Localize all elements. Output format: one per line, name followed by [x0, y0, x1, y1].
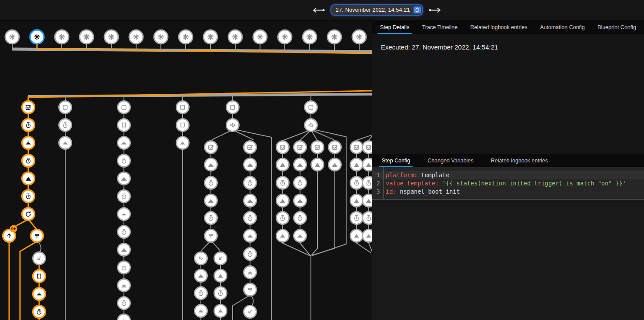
trace-node-refresh[interactable] — [22, 208, 35, 221]
next-run-arrow-icon[interactable] — [428, 7, 441, 13]
trace-node-arrow-bottom-left[interactable] — [33, 252, 46, 265]
trace-node-checkbox-blank[interactable] — [118, 101, 130, 114]
trace-node-timer[interactable] — [22, 190, 35, 203]
trace-node-timer[interactable] — [118, 297, 130, 310]
trace-node-asterisk[interactable] — [55, 30, 69, 44]
trace-node-service[interactable] — [205, 158, 217, 171]
trace-node-asterisk[interactable] — [80, 30, 93, 44]
trace-node-timer[interactable] — [118, 226, 130, 238]
trace-node-service[interactable] — [244, 158, 257, 171]
tab-blueprint-config[interactable]: Blueprint Config — [597, 22, 637, 34]
trace-node-timer[interactable] — [118, 261, 130, 274]
trace-node-asterisk[interactable] — [129, 30, 143, 44]
trace-node-arrow-decision[interactable] — [227, 119, 239, 132]
trace-node-checkbox-blank[interactable] — [227, 101, 239, 114]
trace-node-asterisk[interactable] — [179, 30, 193, 44]
trace-node-timer[interactable] — [244, 212, 257, 224]
trace-node-service[interactable] — [118, 172, 130, 185]
trace-node-checkbox-marked[interactable] — [22, 101, 35, 114]
trace-node-service[interactable] — [329, 158, 341, 171]
previous-run-arrow-icon[interactable] — [312, 7, 325, 13]
trace-node-timer[interactable] — [363, 212, 372, 224]
trace-node-brackets[interactable] — [33, 270, 46, 283]
trace-node-service[interactable] — [244, 266, 257, 279]
trace-node-service[interactable] — [311, 158, 324, 171]
trace-node-timer[interactable] — [59, 119, 72, 132]
trace-node-call-split[interactable] — [244, 284, 257, 296]
trace-node-service[interactable] — [363, 158, 372, 171]
trace-node-service[interactable] — [294, 195, 307, 207]
trace-node-timer[interactable] — [205, 177, 217, 189]
trace-node-timer[interactable] — [350, 177, 363, 189]
trace-node-brackets[interactable] — [118, 119, 130, 132]
trace-node-service[interactable] — [118, 314, 130, 320]
tab-step-config[interactable]: Step Config — [381, 155, 411, 167]
trace-node-service[interactable] — [294, 230, 307, 242]
trace-node-service[interactable] — [195, 270, 207, 282]
tab-related-logbook-entries[interactable]: Related logbook entries — [469, 22, 528, 34]
tab-changed-variables[interactable]: Changed Variables — [427, 155, 474, 167]
trace-node-timer[interactable] — [214, 287, 227, 300]
trace-node-service[interactable] — [59, 137, 72, 149]
trace-node-service[interactable] — [22, 137, 35, 149]
trace-node-service[interactable] — [214, 270, 227, 282]
trace-node-timer[interactable] — [294, 212, 307, 224]
trace-node-timer[interactable] — [244, 248, 257, 261]
trace-node-service[interactable] — [350, 158, 363, 171]
trace-node-timer[interactable] — [118, 190, 130, 203]
trace-node-timer[interactable] — [22, 119, 35, 132]
trace-node-timer[interactable] — [277, 212, 289, 224]
trace-node-arrow-check[interactable] — [195, 252, 207, 265]
trace-node-timer[interactable] — [195, 287, 207, 300]
trace-node-asterisk[interactable] — [228, 30, 242, 44]
trace-node-call-split[interactable] — [205, 230, 217, 242]
trace-node-asterisk[interactable] — [278, 30, 292, 44]
trace-node-checkbox-marked[interactable] — [277, 141, 289, 154]
trace-node-timer[interactable] — [244, 177, 257, 189]
trace-node-asterisk[interactable] — [303, 30, 317, 44]
trace-node-asterisk[interactable] — [30, 30, 44, 44]
trace-node-arrow-bottom-left[interactable] — [214, 252, 227, 265]
trace-node-service[interactable] — [277, 195, 289, 207]
trace-node-service[interactable] — [294, 158, 307, 171]
trace-node-timer[interactable] — [118, 155, 130, 167]
trace-node-service[interactable] — [277, 230, 289, 242]
trace-node-timer[interactable] — [205, 212, 217, 224]
tab-automation-config[interactable]: Automation Config — [539, 22, 586, 34]
trace-node-call-split[interactable] — [31, 230, 43, 242]
trace-node-service[interactable] — [118, 244, 130, 256]
trace-node-timer[interactable] — [33, 306, 46, 318]
trace-node-checkbox-blank[interactable] — [59, 101, 72, 114]
trace-node-timer[interactable] — [363, 177, 372, 189]
trace-node-service[interactable] — [118, 279, 130, 292]
stepper-icon[interactable] — [414, 7, 421, 13]
trace-node-checkbox-marked[interactable] — [329, 141, 341, 154]
tab-related-logbook-entries[interactable]: Related logbook entries — [490, 155, 549, 167]
trace-node-brackets[interactable] — [177, 119, 189, 132]
trace-node-service[interactable] — [33, 288, 46, 300]
trace-node-service[interactable] — [363, 195, 372, 207]
trace-node-service[interactable] — [244, 230, 257, 242]
trace-node-checkbox-marked[interactable] — [294, 141, 307, 154]
trace-node-service[interactable] — [277, 158, 289, 171]
trace-node-service[interactable] — [363, 230, 372, 242]
trace-node-timer[interactable] — [294, 177, 307, 189]
tab-step-details[interactable]: Step Details — [379, 22, 410, 34]
trace-node-asterisk[interactable] — [204, 30, 217, 44]
trace-node-arrow-bottom-left[interactable] — [244, 306, 257, 318]
trace-node-checkbox-blank[interactable] — [177, 101, 189, 114]
trace-node-service[interactable] — [22, 172, 35, 185]
trace-node-asterisk[interactable] — [154, 30, 168, 44]
trace-node-service[interactable] — [118, 208, 130, 221]
run-datetime-select[interactable]: 27. November 2022, 14:54:21 — [331, 5, 422, 15]
trace-node-service[interactable] — [195, 305, 207, 317]
trace-node-checkbox-marked[interactable] — [205, 141, 217, 154]
trace-node-asterisk[interactable] — [327, 30, 341, 44]
tab-trace-timeline[interactable]: Trace Timeline — [421, 22, 459, 34]
trace-node-service[interactable] — [350, 195, 363, 207]
trace-node-service[interactable] — [244, 195, 257, 207]
trace-node-service[interactable] — [214, 305, 227, 317]
trace-graph[interactable]: 9+ — [0, 21, 372, 320]
horizontal-scrollbar[interactable] — [372, 199, 644, 200]
trace-node-arrow-decision[interactable] — [305, 119, 317, 132]
